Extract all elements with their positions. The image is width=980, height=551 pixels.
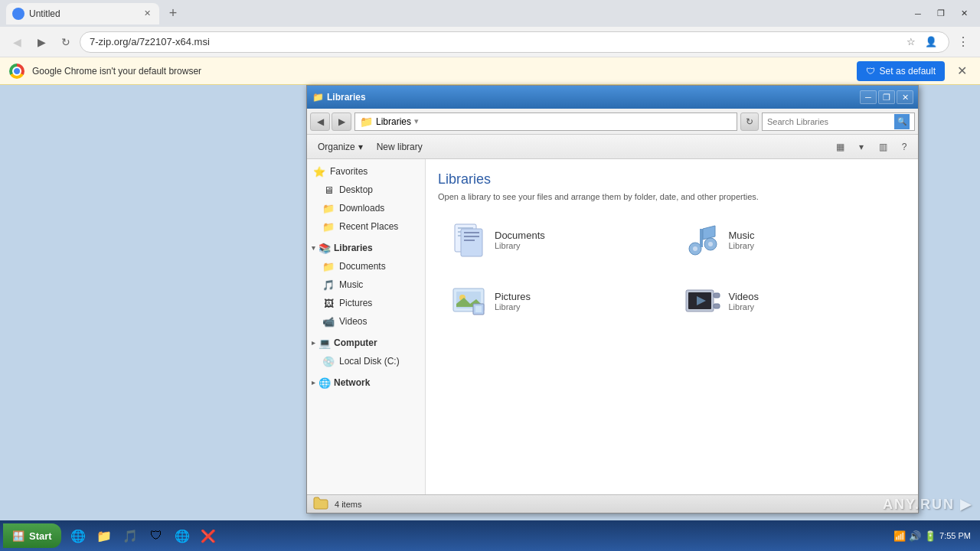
browser-tab[interactable]: Untitled ✕: [6, 3, 159, 24]
documents-library-icon: [450, 221, 487, 258]
documents-library-info: Documents Library: [495, 230, 545, 250]
sidebar-item-desktop[interactable]: 🖥 Desktop: [316, 181, 425, 199]
explorer-path-bar[interactable]: 📁 Libraries ▾: [354, 112, 737, 131]
title-bar: Untitled ✕ + ─ ❐ ✕: [0, 0, 980, 27]
taskbar-security-icon[interactable]: 🛡: [144, 523, 168, 548]
pictures-library-name: Pictures: [495, 291, 531, 302]
library-item-pictures[interactable]: Pictures Library: [446, 278, 665, 324]
path-folder-icon: 📁: [360, 116, 373, 128]
account-icon[interactable]: 👤: [923, 34, 939, 51]
videos-library-icon: [684, 282, 721, 319]
taskbar-chrome-icon[interactable]: 🌐: [170, 523, 194, 548]
svg-rect-21: [714, 293, 720, 298]
forward-button[interactable]: ▶: [31, 31, 52, 53]
sidebar-item-pictures[interactable]: 🖼 Pictures: [316, 294, 425, 312]
sidebar-computer-label: Computer: [334, 337, 377, 348]
organize-chevron-icon: ▾: [358, 142, 363, 152]
sidebar-item-computer[interactable]: ▸ 💻 Computer: [307, 334, 425, 352]
explorer-sidebar: ⭐ Favorites 🖥 Desktop 📁 Downloads: [307, 159, 426, 494]
statusbar-folder-icon: [313, 496, 328, 513]
explorer-forward-button[interactable]: ▶: [332, 112, 351, 131]
close-button[interactable]: ✕: [954, 6, 974, 21]
tab-close-button[interactable]: ✕: [141, 8, 153, 20]
explorer-minimize-button[interactable]: ─: [860, 90, 877, 104]
bookmark-icon[interactable]: ☆: [903, 34, 920, 51]
library-item-documents[interactable]: Documents Library: [446, 217, 665, 262]
info-bar-close-button[interactable]: ✕: [952, 62, 971, 80]
taskbar-explorer-icon[interactable]: 📁: [92, 523, 116, 548]
new-tab-button[interactable]: +: [162, 3, 184, 24]
tray-volume-icon[interactable]: 🔊: [909, 530, 921, 542]
tray-network-icon[interactable]: 📶: [893, 530, 906, 542]
explorer-toolbar: Organize ▾ New library ▦ ▾ ▥ ?: [307, 135, 918, 159]
music-library-icon: [684, 221, 721, 258]
tab-title: Untitled: [29, 8, 136, 19]
taskbar-ie-icon[interactable]: 🌐: [66, 523, 90, 548]
toolbar-right: ▦ ▾ ▥ ?: [831, 138, 913, 156]
explorer-search-button[interactable]: 🔍: [894, 114, 910, 129]
libraries-expand-icon: ▾: [312, 244, 315, 252]
sidebar-item-local-disk[interactable]: 💿 Local Disk (C:): [316, 352, 425, 370]
music-library-sub: Library: [729, 241, 755, 250]
minimize-button[interactable]: ─: [908, 6, 928, 21]
info-bar: Google Chrome isn't your default browser…: [0, 57, 980, 85]
library-item-videos[interactable]: Videos Library: [680, 278, 899, 324]
start-label: Start: [29, 530, 52, 542]
preview-pane-button[interactable]: ▥: [874, 138, 892, 156]
help-button[interactable]: ?: [895, 138, 913, 156]
organize-button[interactable]: Organize ▾: [312, 138, 369, 156]
sidebar-item-favorites[interactable]: ⭐ Favorites: [307, 162, 425, 181]
explorer-window-icon: 📁: [312, 91, 324, 103]
taskbar-media-icon[interactable]: 🎵: [118, 523, 142, 548]
favorites-icon: ⭐: [313, 165, 325, 178]
change-view-button[interactable]: ▦: [831, 138, 849, 156]
system-time[interactable]: 7:55 PM: [939, 531, 971, 540]
address-bar[interactable]: 7-zip.org/a/7z2107-x64.msi ☆ 👤: [80, 31, 949, 53]
taskbar-error-icon[interactable]: ❌: [196, 523, 220, 548]
explorer-statusbar: 4 items: [307, 494, 918, 513]
explorer-back-button[interactable]: ◀: [310, 112, 330, 131]
sidebar-item-documents[interactable]: 📁 Documents: [316, 257, 425, 276]
network-expand-icon: ▸: [312, 379, 315, 386]
address-icons: ☆ 👤: [903, 34, 939, 51]
window-controls: ─ ❐ ✕: [908, 6, 974, 21]
chrome-browser: Untitled ✕ + ─ ❐ ✕ ◀ ▶ ↻ 7-zip.org/a/7z2…: [0, 0, 980, 551]
explorer-search-input[interactable]: [767, 117, 891, 126]
taskbar: 🪟 Start 🌐 📁 🎵 🛡 🌐 ❌ 📶 🔊 🔋 7:55 PM: [0, 520, 980, 551]
sidebar-item-libraries[interactable]: ▾ 📚 Libraries: [307, 239, 425, 257]
new-library-button[interactable]: New library: [371, 138, 429, 156]
watermark: ANY.RUN ▶: [883, 496, 972, 513]
set-default-button[interactable]: 🛡 Set as default: [857, 61, 945, 81]
restore-button[interactable]: ❐: [931, 6, 951, 21]
explorer-restore-button[interactable]: ❐: [878, 90, 895, 104]
back-button[interactable]: ◀: [6, 31, 28, 53]
tray-battery-icon[interactable]: 🔋: [924, 530, 936, 542]
explorer-refresh-button[interactable]: ↻: [740, 112, 759, 131]
chrome-logo-icon: [9, 64, 24, 79]
sidebar-item-network[interactable]: ▸ 🌐 Network: [307, 373, 425, 392]
chrome-menu-button[interactable]: ⋮: [952, 31, 974, 53]
downloads-icon: 📁: [322, 202, 335, 214]
svg-rect-5: [464, 232, 479, 233]
sidebar-item-recent-places[interactable]: 📁 Recent Places: [316, 217, 425, 236]
computer-expand-icon: ▸: [312, 339, 315, 347]
svg-rect-6: [464, 236, 479, 237]
svg-point-9: [693, 246, 697, 251]
tab-favicon: [12, 8, 24, 20]
music-icon: 🎵: [322, 279, 335, 291]
sidebar-item-downloads[interactable]: 📁 Downloads: [316, 199, 425, 217]
view-chevron-button[interactable]: ▾: [852, 138, 871, 156]
reload-button[interactable]: ↻: [55, 31, 77, 53]
shield-icon: 🛡: [866, 66, 875, 77]
sidebar-item-videos[interactable]: 📹 Videos: [316, 312, 425, 331]
explorer-addressbar: ◀ ▶ 📁 Libraries ▾ ↻ 🔍: [307, 109, 918, 135]
svg-rect-10: [700, 229, 703, 247]
start-button[interactable]: 🪟 Start: [3, 523, 61, 548]
libraries-section: ▾ 📚 Libraries 📁 Documents 🎵 Music: [307, 239, 425, 331]
library-item-music[interactable]: Music Library: [680, 217, 899, 262]
favorites-section: ⭐ Favorites 🖥 Desktop 📁 Downloads: [307, 162, 425, 236]
explorer-window: 📁 Libraries ─ ❐ ✕ ◀ ▶ 📁 Libraries ▾: [306, 85, 919, 514]
explorer-close-button[interactable]: ✕: [897, 90, 913, 104]
sidebar-item-music[interactable]: 🎵 Music: [316, 276, 425, 294]
explorer-search-box[interactable]: 🔍: [762, 112, 915, 131]
